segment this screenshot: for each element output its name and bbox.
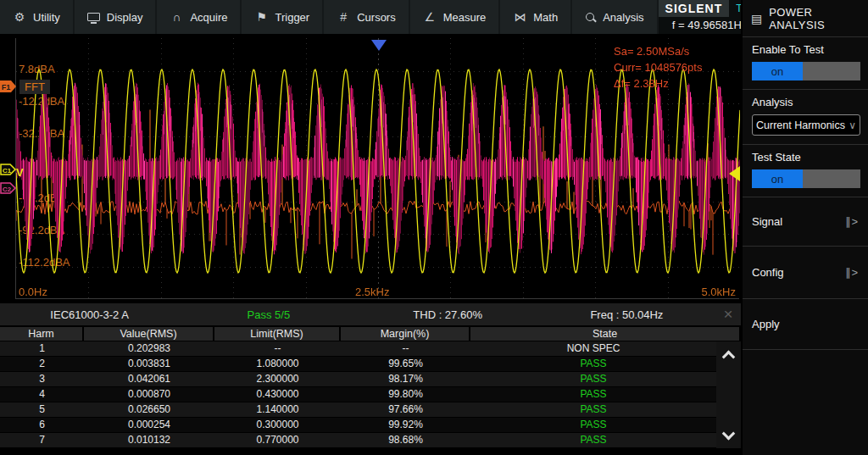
menu-item-label: Acquire [190,11,227,24]
table-row: 70.0101320.77000098.68%PASS [0,433,716,448]
scroll-up-button[interactable] [716,341,741,367]
acquisition-info-line: Curr= 1048576pts [614,59,732,75]
menu-item-utility[interactable]: ⚙Utility [0,0,75,34]
siglent-logo: SIGLENT [659,0,730,17]
submenu-arrow-icon: ∥> [845,266,859,279]
menu: ⚙UtilityDisplay∩Acquire⚑Trigger#Cursors∠… [0,0,659,34]
svg-text:C2: C2 [3,186,12,193]
state-cell: PASS [470,387,716,402]
freq-value: Freq : 50.04Hz [537,308,716,321]
chevron-down-icon [722,426,736,440]
panel-title: POWER ANALYSIS [769,6,860,31]
c2-channel-marker[interactable]: C2 [0,182,17,195]
limit-cell: 1.140000 [214,402,341,417]
limit-cell: -- [214,341,341,356]
column-header: Value(RMS) [84,327,214,341]
trigger-position-marker[interactable] [371,40,387,51]
menu-item-cursors[interactable]: #Cursors [324,0,410,34]
config-menu-item[interactable]: Config ∥> [743,247,868,299]
menu-item-analysis[interactable]: Analysis [572,0,658,34]
margin-cell: 99.65% [341,357,470,371]
menu-item-trigger[interactable]: ⚑Trigger [242,0,324,34]
table-body: 10.202983----NON SPEC20.0038311.08000099… [0,341,716,448]
state-cell: PASS [470,418,716,432]
scroll-down-button[interactable] [716,423,741,448]
column-header: Limit(RMS) [214,327,341,341]
measure-icon: ∠ [423,10,437,24]
enable-to-test-section: Enable To Test on [743,37,868,90]
channel-marker-gutter: F1 C1 C2 V [0,38,15,299]
value-cell: 0.000870 [84,387,214,402]
margin-cell: 98.68% [341,433,470,447]
margin-cell: 99.92% [341,418,470,432]
toggle-on-label: on [752,169,803,188]
limit-cell: 1.080000 [214,357,341,371]
fft-trace-label: FFT [19,80,50,94]
flag-icon: ⚑ [254,10,268,24]
table-row: 60.0002540.30000099.92%PASS [0,418,716,433]
signal-label: Signal [752,215,845,228]
harmonics-results: IEC61000-3-2 A Pass 5/5 THD : 27.60% Fre… [0,303,741,455]
enable-to-test-label: Enable To Test [752,42,859,58]
waveform-display: F1 C1 C2 V 7.8dBA-12.2dBA-32.2dBA-52.2dB… [0,34,741,303]
menu-item-math[interactable]: ⋈Math [500,0,572,34]
menu-item-label: Display [107,11,143,24]
close-icon[interactable]: × [717,304,739,325]
table-row: 20.0038311.08000099.65%PASS [0,357,716,372]
pass-summary: Pass 5/5 [179,308,358,321]
menu-item-label: Analysis [603,11,643,24]
menu-item-label: Utility [33,11,60,24]
c1-channel-marker[interactable]: C1 [0,164,17,176]
harm-cell: 1 [0,341,84,356]
value-cell: 0.010132 [84,433,214,447]
config-label: Config [752,266,845,279]
oscilloscope-screen: ⚙UtilityDisplay∩Acquire⚑Trigger#Cursors∠… [0,0,868,455]
menu-item-measure[interactable]: ∠Measure [410,0,501,34]
math-icon: ⋈ [513,10,526,24]
plot-area: 7.8dBA-12.2dBA-32.2dBA-52.2dBA-72.2dBA-9… [15,38,739,299]
power-analysis-panel: ▤ POWER ANALYSIS Enable To Test on Analy… [741,0,868,455]
acquisition-info: Sa= 2.50MSa/sCurr= 1048576ptsΔf= 2.38Hz [614,43,732,92]
value-cell: 0.202983 [84,341,214,356]
limit-cell: 0.300000 [214,418,341,432]
table-scrollbar[interactable] [716,341,741,448]
table-header: HarmValue(RMS)Limit(RMS)Margin(%)State [0,325,741,341]
state-cell: PASS [470,372,716,386]
margin-cell: -- [341,341,470,356]
limit-cell: 0.770000 [214,433,341,447]
apply-button[interactable]: Apply [743,299,868,350]
value-cell: 0.026650 [84,402,214,417]
menu-item-display[interactable]: Display [75,0,158,34]
signal-menu-item[interactable]: Signal ∥> [743,197,868,247]
trigger-level-marker[interactable] [729,166,740,181]
menu-item-label: Measure [443,11,487,24]
cursors-icon: # [337,10,350,24]
limit-cell: 2.300000 [214,372,341,386]
fft-channel-marker[interactable]: F1 [0,80,17,93]
value-cell: 0.042061 [84,372,214,386]
toggle-off-half [803,169,860,188]
test-state-section: Test State on [743,145,868,197]
menu-item-acquire[interactable]: ∩Acquire [157,0,242,34]
chevron-down-icon: ∨ [849,119,856,131]
menu-item-label: Cursors [357,11,396,24]
margin-cell: 98.17% [341,372,470,386]
limit-cell: 0.430000 [214,387,341,402]
harm-cell: 7 [0,433,84,447]
acquisition-info-line: Δf= 2.38Hz [614,75,732,92]
enable-to-test-toggle[interactable]: on [752,62,860,80]
acquire-icon: ∩ [170,10,183,24]
column-header: Harm [0,327,84,341]
harm-cell: 6 [0,418,84,432]
display-icon [87,13,100,21]
test-state-label: Test State [752,150,859,165]
menu-item-label: Math [533,11,558,24]
value-cell: 0.003831 [84,357,214,371]
state-cell: PASS [470,357,716,371]
harm-cell: 2 [0,357,84,371]
svg-text:F1: F1 [2,83,11,92]
test-state-toggle[interactable]: on [752,169,860,188]
analysis-dropdown[interactable]: Current Harmonics ∨ [752,114,860,136]
analysis-label: Analysis [752,95,859,110]
value-cell: 0.000254 [84,418,214,432]
